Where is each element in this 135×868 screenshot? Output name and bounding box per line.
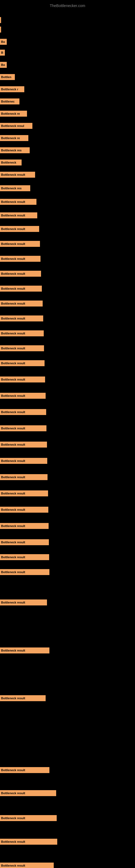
bar-row-20: Bottleneck result	[0, 255, 135, 262]
bar-row-32: Bottleneck result	[0, 441, 135, 448]
bar-31: Bottleneck result	[0, 425, 46, 431]
bar-label-13: Bottleneck	[1, 161, 16, 164]
bar-label-7: Bottleneck r	[1, 88, 18, 91]
bar-row-45: Bottleneck result	[0, 789, 135, 797]
bar-41: Bottleneck result	[0, 599, 47, 606]
bar-9: Bottleneck re	[0, 111, 27, 117]
bar-row-39: Bottleneck result	[0, 553, 135, 561]
bar-label-33: Bottleneck result	[1, 459, 25, 463]
bar-label-20: Bottleneck result	[1, 257, 25, 260]
bar-4: B	[0, 50, 5, 56]
bar-row-14: Bottleneck result	[0, 171, 135, 179]
bar-row-16: Bottleneck result	[0, 198, 135, 206]
bar-label-36: Bottleneck result	[1, 508, 25, 511]
bar-label-28: Bottleneck result	[1, 378, 25, 381]
bar-label-47: Bottleneck result	[1, 840, 25, 843]
bar-row-21: Bottleneck result	[0, 270, 135, 278]
bar-14: Bottleneck result	[0, 172, 35, 178]
bar-row-41: Bottleneck result	[0, 599, 135, 606]
bar-row-22: Bottleneck result	[0, 285, 135, 292]
bar-1	[0, 17, 1, 23]
bar-label-17: Bottleneck result	[1, 214, 25, 217]
bar-3: Bo	[0, 39, 7, 45]
bar-13: Bottleneck	[0, 159, 21, 165]
bar-label-4: B	[1, 51, 3, 54]
bar-label-41: Bottleneck result	[1, 601, 25, 604]
bar-39: Bottleneck result	[0, 554, 49, 560]
bar-label-6: Bottlen	[1, 75, 11, 79]
bar-label-27: Bottleneck result	[1, 362, 25, 365]
bar-33: Bottleneck result	[0, 458, 47, 464]
bar-label-48: Bottleneck result	[1, 864, 25, 867]
bar-row-30: Bottleneck result	[0, 408, 135, 416]
bar-label-44: Bottleneck result	[1, 769, 25, 772]
bar-row-38: Bottleneck result	[0, 538, 135, 546]
bar-label-22: Bottleneck result	[1, 287, 25, 290]
bar-row-29: Bottleneck result	[0, 392, 135, 400]
bar-row-36: Bottleneck result	[0, 506, 135, 514]
bar-43: Bottleneck result	[0, 695, 46, 701]
bar-label-15: Bottleneck res	[1, 187, 21, 190]
bar-row-24: Bottleneck result	[0, 315, 135, 322]
bar-row-26: Bottleneck result	[0, 344, 135, 352]
bar-2	[0, 27, 1, 33]
bar-row-25: Bottleneck result	[0, 330, 135, 337]
bar-label-16: Bottleneck result	[1, 200, 25, 204]
bar-label-30: Bottleneck result	[1, 410, 25, 414]
bar-44: Bottleneck result	[0, 767, 49, 773]
bar-row-8: Bottlenec	[0, 98, 135, 105]
bar-row-15: Bottleneck res	[0, 184, 135, 192]
bar-row-46: Bottleneck result	[0, 814, 135, 822]
bar-row-1	[0, 16, 135, 24]
bar-29: Bottleneck result	[0, 393, 46, 399]
bar-label-31: Bottleneck result	[1, 427, 25, 430]
bar-label-11: Bottleneck re	[1, 136, 20, 140]
bar-row-13: Bottleneck	[0, 159, 135, 166]
bar-17: Bottleneck result	[0, 212, 37, 218]
site-title: TheBottlenecker.com	[0, 1, 135, 10]
bar-row-4: B	[0, 49, 135, 56]
bar-row-3: Bo	[0, 38, 135, 45]
bar-row-23: Bottleneck result	[0, 300, 135, 307]
bar-label-10: Bottleneck resul	[1, 124, 24, 127]
bar-15: Bottleneck res	[0, 185, 30, 191]
bar-label-32: Bottleneck result	[1, 443, 25, 446]
bar-35: Bottleneck result	[0, 490, 48, 496]
bar-row-37: Bottleneck result	[0, 522, 135, 530]
bar-row-6: Bottlen	[0, 73, 135, 81]
bar-row-17: Bottleneck result	[0, 212, 135, 219]
bar-row-28: Bottleneck result	[0, 376, 135, 383]
bar-20: Bottleneck result	[0, 256, 41, 262]
bar-label-24: Bottleneck result	[1, 317, 25, 320]
bar-row-7: Bottleneck r	[0, 86, 135, 93]
bar-label-29: Bottleneck result	[1, 394, 25, 397]
bar-47: Bottleneck result	[0, 839, 57, 845]
bar-label-45: Bottleneck result	[1, 792, 25, 795]
bar-label-37: Bottleneck result	[1, 524, 25, 528]
bar-40: Bottleneck result	[0, 569, 49, 575]
bar-8: Bottlenec	[0, 98, 19, 104]
bar-27: Bottleneck result	[0, 360, 45, 366]
bar-row-9: Bottleneck re	[0, 110, 135, 118]
bar-row-18: Bottleneck result	[0, 225, 135, 233]
bar-36: Bottleneck result	[0, 507, 48, 513]
bar-row-43: Bottleneck result	[0, 694, 135, 702]
bar-30: Bottleneck result	[0, 409, 46, 415]
bar-45: Bottleneck result	[0, 790, 56, 796]
bar-row-35: Bottleneck result	[0, 490, 135, 497]
bar-48: Bottleneck result	[0, 863, 54, 868]
bar-24: Bottleneck result	[0, 315, 43, 321]
bar-32: Bottleneck result	[0, 442, 47, 447]
bar-5: Bo	[0, 62, 7, 68]
bar-16: Bottleneck result	[0, 199, 37, 205]
bar-label-46: Bottleneck result	[1, 816, 25, 820]
bar-row-47: Bottleneck result	[0, 838, 135, 845]
bar-label-34: Bottleneck result	[1, 475, 25, 479]
bar-label-40: Bottleneck result	[1, 570, 25, 574]
bar-22: Bottleneck result	[0, 286, 42, 291]
bar-26: Bottleneck result	[0, 345, 44, 351]
bar-row-5: Bo	[0, 61, 135, 69]
bar-row-27: Bottleneck result	[0, 360, 135, 367]
bar-10: Bottleneck resul	[0, 123, 32, 129]
bar-label-38: Bottleneck result	[1, 540, 25, 544]
